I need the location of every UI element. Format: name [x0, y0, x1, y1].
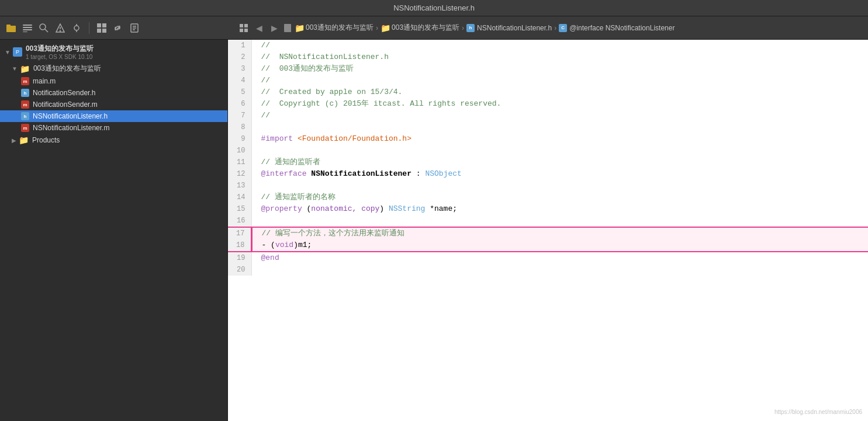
svg-rect-3 [23, 27, 32, 28]
warning-icon[interactable] [54, 22, 67, 34]
svg-rect-24 [240, 29, 243, 32]
grid-icon[interactable] [95, 22, 108, 34]
breadcrumb-folder2-icon: 📁 [381, 23, 390, 33]
sidebar-products[interactable]: ▶ 📁 Products [0, 134, 227, 147]
line-code [251, 215, 868, 227]
toolbar-left [5, 22, 233, 34]
svg-rect-14 [97, 23, 101, 27]
line-code: @interface NSNotificationListener : NSOb… [251, 168, 868, 180]
line-number: 8 [228, 121, 251, 133]
breadcrumb-file-text: NSNotificationListener.h [477, 24, 552, 32]
svg-point-6 [40, 24, 46, 30]
sidebar-folder[interactable]: ▼ 📁 003通知的发布与监听 [0, 62, 227, 75]
line-number: 3 [228, 63, 251, 75]
svg-rect-23 [244, 24, 248, 27]
breadcrumb-sep1: › [376, 24, 378, 32]
sidebar-project-subtitle: 1 target, OS X SDK 10.10 [26, 54, 223, 60]
breadcrumb-file-icon: h [466, 24, 475, 32]
line-code: // NSNotificationListener.h [251, 51, 868, 63]
title-bar-text: NSNotificationListener.h [393, 4, 475, 12]
breadcrumb-forward[interactable]: ▶ [268, 22, 281, 34]
svg-point-10 [60, 30, 61, 31]
line-number: 4 [228, 75, 251, 86]
line-number: 11 [228, 156, 251, 168]
link-icon[interactable] [112, 22, 125, 34]
breadcrumb-class[interactable]: C @interface NSNotificationListener [559, 24, 675, 32]
svg-rect-1 [6, 25, 11, 27]
line-number: 13 [228, 180, 251, 192]
sidebar-file-nssender-h[interactable]: h NotificationSender.h [0, 87, 227, 99]
line-number: 17 [228, 227, 251, 239]
svg-rect-5 [23, 32, 27, 32]
breadcrumb-folder2-text: 003通知的发布与监听 [392, 23, 459, 33]
sidebar-products-icon: 📁 [19, 135, 29, 145]
svg-rect-22 [240, 24, 243, 27]
sidebar-file-name-sender-m: NotificationSender.m [33, 100, 98, 109]
sidebar-project-info: 003通知的发布与监听 1 target, OS X SDK 10.10 [26, 44, 223, 60]
sidebar-file-name-main: main.m [33, 77, 56, 85]
note-icon[interactable] [128, 22, 141, 34]
search-icon[interactable] [37, 22, 50, 34]
line-number: 5 [228, 86, 251, 98]
line-number: 15 [228, 203, 251, 215]
svg-rect-2 [23, 25, 32, 26]
breadcrumb-sep2: › [462, 24, 464, 32]
breadcrumb-file[interactable]: h NSNotificationListener.h [466, 24, 552, 32]
line-number: 2 [228, 51, 251, 63]
line-code: // Copyright (c) 2015年 itcast. All right… [251, 98, 868, 110]
sidebar-file-icon-h2: h [21, 112, 29, 120]
breadcrumb-folder2[interactable]: 📁 003通知的发布与监听 [381, 23, 459, 33]
line-number: 20 [228, 264, 251, 276]
line-number: 6 [228, 98, 251, 110]
list-icon[interactable] [21, 22, 34, 34]
sidebar-file-nslistener-m[interactable]: m NSNotificationListener.m [0, 122, 227, 134]
svg-rect-4 [23, 29, 32, 30]
toolbar: ◀ ▶ 📁 003通知的发布与监听 › 📁 003通知的发布与监听 › h NS… [0, 16, 868, 40]
svg-rect-16 [97, 29, 101, 33]
editor-grid-icon[interactable] [237, 22, 250, 34]
sidebar-project-icon: P [13, 47, 22, 57]
line-code [251, 145, 868, 156]
git-icon[interactable] [70, 22, 83, 34]
line-code: // Created by apple on 15/3/4. [251, 86, 868, 98]
sidebar-products-name: Products [32, 136, 60, 144]
folder-icon[interactable] [5, 22, 18, 34]
line-code: @property (nonatomic, copy) NSString *na… [251, 203, 868, 215]
line-code: // 编写一个方法，这个方法用来监听通知 [251, 227, 868, 239]
breadcrumb-back[interactable]: ◀ [253, 22, 265, 34]
breadcrumb-class-text: @interface NSNotificationListener [569, 24, 675, 32]
line-code: // [251, 75, 868, 86]
svg-line-7 [45, 29, 48, 32]
breadcrumb-file-icon-item [283, 23, 292, 33]
sidebar-folder-name: 003通知的发布与监听 [33, 64, 101, 74]
line-code: // [251, 110, 868, 121]
line-number: 19 [228, 252, 251, 264]
sidebar-project[interactable]: ▼ P 003通知的发布与监听 1 target, OS X SDK 10.10 [0, 42, 227, 62]
line-code: @end [251, 252, 868, 264]
line-code: // [251, 40, 868, 51]
line-code: // 通知的监听者 [251, 156, 868, 168]
breadcrumb-folder1-text: 003通知的发布与监听 [306, 23, 374, 33]
code-editor[interactable]: 1//2// NSNotificationListener.h3// 003通知… [228, 40, 868, 421]
line-number: 9 [228, 133, 251, 145]
breadcrumb-folder1[interactable]: 📁 003通知的发布与监听 [295, 23, 374, 33]
line-code: - (void)m1; [251, 239, 868, 252]
sidebar-file-name-listener-m: NSNotificationListener.m [33, 124, 109, 132]
line-code: #import <Foundation/Foundation.h> [251, 133, 868, 145]
sidebar-products-triangle: ▶ [12, 137, 16, 144]
svg-rect-26 [284, 24, 291, 32]
breadcrumb-folder1-icon: 📁 [295, 23, 305, 33]
breadcrumb-bar: ◀ ▶ 📁 003通知的发布与监听 › 📁 003通知的发布与监听 › h NS… [233, 22, 863, 34]
line-number: 18 [228, 239, 251, 252]
sidebar-file-icon-h1: h [21, 89, 29, 97]
sidebar-file-nssender-m[interactable]: m NotificationSender.m [0, 99, 227, 110]
sidebar-folder-icon: 📁 [20, 64, 30, 74]
line-number: 14 [228, 192, 251, 203]
breadcrumb-class-icon: C [559, 24, 567, 32]
line-number: 12 [228, 168, 251, 180]
sidebar-file-name-listener-h: NSNotificationListener.h [33, 112, 108, 120]
sidebar-file-nslistener-h[interactable]: h NSNotificationListener.h [0, 110, 227, 122]
sidebar-file-main-m[interactable]: m main.m [0, 75, 227, 87]
line-code [251, 180, 868, 192]
line-code: // 003通知的发布与监听 [251, 63, 868, 75]
